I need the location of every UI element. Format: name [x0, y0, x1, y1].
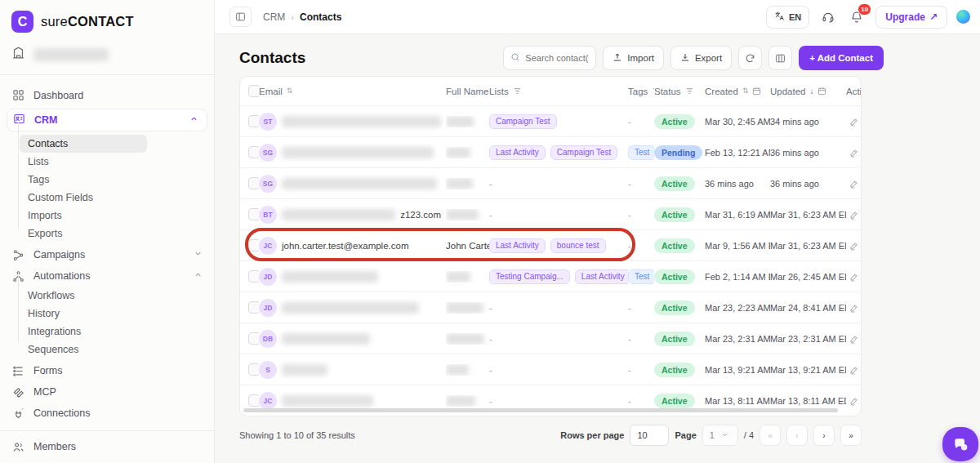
sidebar-item-members[interactable]: Members [0, 436, 214, 457]
sidebar-item-mcp[interactable]: MCP [0, 381, 214, 403]
edit-contact-button[interactable] [849, 334, 859, 344]
list-chip[interactable]: Last Activity [489, 145, 546, 160]
list-chip[interactable]: bounce test [550, 238, 606, 253]
header-cell-full-name[interactable]: Full Name⇅ [446, 87, 489, 96]
sidebar-item-connections[interactable]: Connections [0, 403, 214, 424]
sidebar-item-crm[interactable]: CRM [7, 109, 207, 131]
columns-button[interactable] [768, 46, 792, 70]
rows-per-page-input[interactable] [630, 425, 669, 446]
list-chip[interactable]: Last Activity [489, 238, 546, 253]
row-checkbox[interactable] [248, 394, 259, 407]
table-row[interactable]: SGLast ActivityCampaign TestTestPendingF… [240, 136, 861, 167]
chat-widget-button[interactable] [942, 427, 978, 461]
edit-contact-button[interactable] [849, 210, 859, 220]
filter-icon[interactable] [685, 87, 694, 96]
calendar-icon[interactable] [817, 87, 826, 96]
header-cell-tags[interactable]: Tags [628, 87, 654, 96]
filter-icon[interactable] [513, 87, 522, 96]
sidebar-item-exports[interactable]: Exports [20, 225, 147, 243]
sort-icon[interactable]: ⇅ [287, 87, 293, 95]
edit-contact-button[interactable] [849, 272, 859, 282]
add-contact-button[interactable]: + Add Contact [799, 46, 884, 70]
sidebar-item-sequences[interactable]: Sequences [20, 341, 147, 358]
select-all-checkbox[interactable] [248, 85, 259, 97]
refresh-button[interactable] [738, 46, 762, 70]
workspace-selector[interactable] [0, 36, 214, 63]
sidebar-item-dashboard[interactable]: Dashboard [0, 85, 214, 105]
sidebar-item-workflows[interactable]: Workflows [20, 287, 147, 305]
table-row[interactable]: JD--ActiveMar 23, 2:23 AM EDTMar 24, 8:4… [240, 292, 861, 323]
upgrade-button[interactable]: Upgrade ↗ [875, 6, 947, 29]
cell-full-name: John Carter [446, 241, 489, 251]
previous-page-button[interactable]: ‹ [786, 425, 808, 446]
sidebar-item-contacts[interactable]: Contacts [20, 135, 147, 153]
cell-full-name [446, 395, 489, 407]
support-headset-button[interactable] [818, 7, 838, 27]
list-chip[interactable]: Campaign Test [550, 145, 618, 160]
row-checkbox[interactable] [248, 115, 259, 127]
row-checkbox[interactable] [248, 270, 259, 283]
header-cell-updated[interactable]: Updated↓ [770, 87, 846, 96]
horizontal-scrollbar[interactable] [243, 408, 838, 412]
row-checkbox[interactable] [248, 332, 259, 345]
sort-icon[interactable]: ⇅ [742, 87, 749, 95]
export-button[interactable]: Export [670, 46, 732, 70]
list-chip[interactable]: Campaign Test [489, 114, 557, 129]
sort-desc-icon[interactable]: ↓ [809, 87, 813, 96]
edit-contact-button[interactable] [849, 365, 859, 375]
import-button[interactable]: Import [603, 46, 664, 70]
chevron-up-icon [189, 114, 198, 126]
user-avatar[interactable] [956, 10, 970, 24]
header-cell-lists[interactable]: Lists [489, 87, 628, 96]
sidebar-item-campaigns[interactable]: Campaigns [0, 244, 214, 265]
list-chip[interactable]: Last Activity [575, 269, 628, 284]
header-cell-email[interactable]: Email⇅ [259, 87, 446, 96]
header-cell-created[interactable]: Created⇅ [705, 87, 770, 96]
sidebar-item-automations[interactable]: Automations [0, 265, 214, 287]
full-name-text: John Carter [446, 241, 489, 251]
last-page-button[interactable]: » [840, 425, 862, 446]
edit-contact-button[interactable] [849, 303, 859, 313]
calendar-icon[interactable] [752, 87, 761, 96]
sidebar-item-custom-fields[interactable]: Custom Fields [20, 189, 147, 207]
breadcrumb-section[interactable]: CRM [263, 11, 285, 23]
table-row[interactable]: S--ActiveMar 13, 9:21 AM EDTMar 13, 9:21… [240, 354, 861, 385]
search-input[interactable] [525, 53, 589, 63]
edit-contact-button[interactable] [849, 148, 859, 158]
sidebar-item-lists[interactable]: Lists [20, 153, 147, 171]
status-badge: Active [654, 332, 695, 346]
sidebar-item-integrations[interactable]: Integrations [20, 323, 147, 341]
sidebar-item-forms[interactable]: Forms [0, 360, 214, 381]
language-button[interactable]: EN [766, 6, 809, 29]
notifications-button[interactable]: 10 [847, 7, 866, 27]
tag-chip[interactable]: Test [628, 145, 654, 160]
sidebar-item-imports[interactable]: Imports [20, 207, 147, 225]
edit-contact-button[interactable] [849, 241, 859, 251]
edit-contact-button[interactable] [849, 396, 859, 406]
list-chip[interactable]: Testing Campaig... [489, 269, 570, 284]
row-checkbox[interactable] [248, 363, 259, 376]
table-row[interactable]: DB--ActiveMar 23, 2:31 AM EDTMar 23, 2:3… [240, 323, 861, 354]
first-page-button[interactable]: « [760, 425, 781, 446]
header-cell-status[interactable]: Status [654, 87, 705, 96]
sidebar-toggle-button[interactable] [229, 7, 252, 27]
row-checkbox[interactable] [248, 177, 259, 189]
sidebar-item-history[interactable]: History [20, 305, 147, 323]
row-checkbox[interactable] [248, 146, 259, 158]
next-page-button[interactable]: › [813, 425, 835, 446]
table-row[interactable]: JDTesting Campaig...Last ActivityTestAct… [240, 260, 861, 292]
tag-chip[interactable]: Test [628, 269, 654, 284]
edit-contact-button[interactable] [849, 179, 859, 189]
redacted-email [282, 302, 419, 314]
row-checkbox[interactable] [248, 301, 259, 314]
page-select[interactable]: 1 [702, 425, 738, 446]
table-row[interactable]: SG--Active36 mins ago36 mins ago [240, 167, 861, 198]
row-checkbox[interactable] [248, 239, 259, 252]
edit-contact-button[interactable] [849, 117, 859, 127]
table-row[interactable]: BTz123.com--ActiveMar 31, 6:19 AM EDTMar… [240, 198, 861, 229]
row-checkbox[interactable] [248, 208, 259, 220]
sidebar-item-tags[interactable]: Tags [20, 171, 147, 189]
cell-status: Active [654, 332, 705, 346]
table-row[interactable]: STCampaign Test-ActiveMar 30, 2:45 AM ED… [240, 105, 861, 136]
table-row-highlighted[interactable]: JCjohn.carter.test@example.comJohn Carte… [240, 229, 861, 260]
